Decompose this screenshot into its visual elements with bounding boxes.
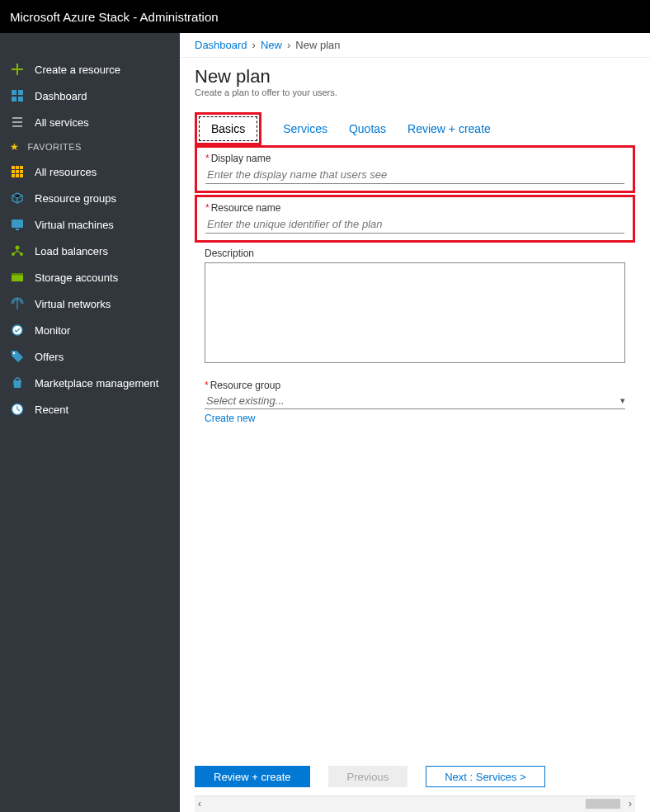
sidebar-collapse-button[interactable] [0,33,180,56]
sidebar-item-label: Resource groups [35,192,116,205]
svg-rect-3 [18,97,23,102]
description-label: Description [205,248,625,259]
sidebar-item-label: Monitor [35,324,70,337]
scroll-left-icon[interactable]: ‹ [198,798,201,810]
vm-icon [10,218,25,231]
breadcrumb-current: New plan [295,39,340,51]
svg-rect-19 [12,273,23,276]
svg-rect-1 [18,90,23,95]
svg-rect-0 [12,90,16,95]
sidebar-item-label: All resources [35,166,97,178]
tab-review-create[interactable]: Review + create [407,119,491,139]
storage-icon [10,271,25,284]
resource-name-input[interactable] [205,215,624,234]
sidebar-create-resource[interactable]: Create a resource [0,56,180,83]
svg-rect-2 [12,97,16,102]
review-create-button[interactable]: Review + create [195,766,310,787]
scroll-right-icon[interactable]: › [629,798,632,810]
network-icon [10,297,25,310]
sidebar-item-virtual-machines[interactable]: Virtual machines [0,211,180,238]
monitor-icon [10,323,25,337]
wizard-tabs: Basics Services Quotas Review + create [195,112,635,145]
svg-point-15 [16,246,20,250]
display-name-input[interactable] [205,166,624,184]
sidebar-item-resource-groups[interactable]: Resource groups [0,185,180,211]
svg-rect-10 [12,174,15,177]
sidebar-item-offers[interactable]: Offers [0,343,180,370]
star-icon: ★ [10,141,20,153]
sidebar-item-storage-accounts[interactable]: Storage accounts [0,264,180,290]
sidebar-item-label: Storage accounts [35,271,118,284]
dashboard-icon [10,89,25,102]
svg-rect-9 [20,170,23,173]
create-new-link[interactable]: Create new [205,413,255,424]
page-title: New plan [195,66,635,87]
sidebar-dashboard[interactable]: Dashboard [0,83,180,109]
sidebar-item-recent[interactable]: Recent [0,396,180,423]
highlight-display-name: *Display name [195,145,635,193]
sidebar-item-label: Marketplace management [35,377,158,389]
previous-button: Previous [328,766,408,787]
svg-rect-4 [12,166,15,169]
sidebar-item-label: Virtual machines [35,219,114,231]
favorites-header: ★ FAVORITES [0,135,180,158]
sidebar-item-label: All services [35,116,89,129]
bag-icon [10,376,25,389]
svg-rect-6 [20,166,23,169]
svg-rect-14 [16,229,19,230]
cube-icon [10,191,25,205]
svg-rect-11 [16,174,19,177]
sidebar-item-label: Load balancers [35,245,108,257]
tab-services[interactable]: Services [283,119,327,139]
top-bar: Microsoft Azure Stack - Administration [0,0,650,33]
load-balancer-icon [10,244,25,257]
sidebar-item-load-balancers[interactable]: Load balancers [0,238,180,264]
svg-point-21 [13,352,15,354]
sidebar-item-monitor[interactable]: Monitor [0,317,180,343]
sidebar: Create a resource Dashboard All services… [0,33,180,812]
tag-icon [10,350,25,363]
chevron-down-icon: ▾ [620,395,625,406]
sidebar-item-label: Create a resource [35,64,120,76]
description-input[interactable] [205,262,625,363]
sidebar-item-virtual-networks[interactable]: Virtual networks [0,290,180,317]
next-services-button[interactable]: Next : Services > [426,766,545,787]
sidebar-item-all-resources[interactable]: All resources [0,158,180,185]
svg-rect-12 [20,174,23,177]
sidebar-item-label: Offers [35,351,64,363]
app-title: Microsoft Azure Stack - Administration [10,10,219,24]
highlight-basics-tab: Basics [195,112,261,145]
sidebar-item-label: Recent [35,404,68,416]
plus-icon [10,63,25,76]
scrollbar-thumb[interactable] [586,799,620,809]
svg-point-20 [12,325,22,335]
wizard-footer: Review + create Previous Next : Services… [195,758,635,795]
horizontal-scrollbar[interactable]: ‹ › [195,795,635,812]
page-subtitle: Create a plan to offer to your users. [195,87,635,97]
sidebar-item-label: Dashboard [35,90,87,102]
breadcrumb: Dashboard › New › New plan [180,33,650,58]
resource-group-label: *Resource group [205,380,625,391]
sidebar-item-label: Virtual networks [35,298,111,310]
chevron-right-icon: › [252,39,256,51]
tab-quotas[interactable]: Quotas [349,119,386,139]
svg-rect-13 [12,220,23,228]
resource-group-select[interactable]: Select existing... ▾ [205,393,625,409]
sidebar-all-services[interactable]: All services [0,109,180,135]
resource-name-label: *Resource name [205,202,624,214]
breadcrumb-new[interactable]: New [261,39,282,51]
breadcrumb-dashboard[interactable]: Dashboard [195,39,247,51]
svg-rect-8 [16,170,19,173]
sidebar-item-marketplace[interactable]: Marketplace management [0,370,180,396]
tab-basics[interactable]: Basics [199,116,257,141]
grid-icon [10,165,25,178]
highlight-resource-name: *Resource name [195,195,635,243]
chevron-right-icon: › [287,39,290,51]
clock-icon [10,403,25,416]
list-icon [10,116,25,129]
svg-rect-7 [12,170,15,173]
display-name-label: *Display name [205,153,624,164]
svg-rect-5 [16,166,19,169]
